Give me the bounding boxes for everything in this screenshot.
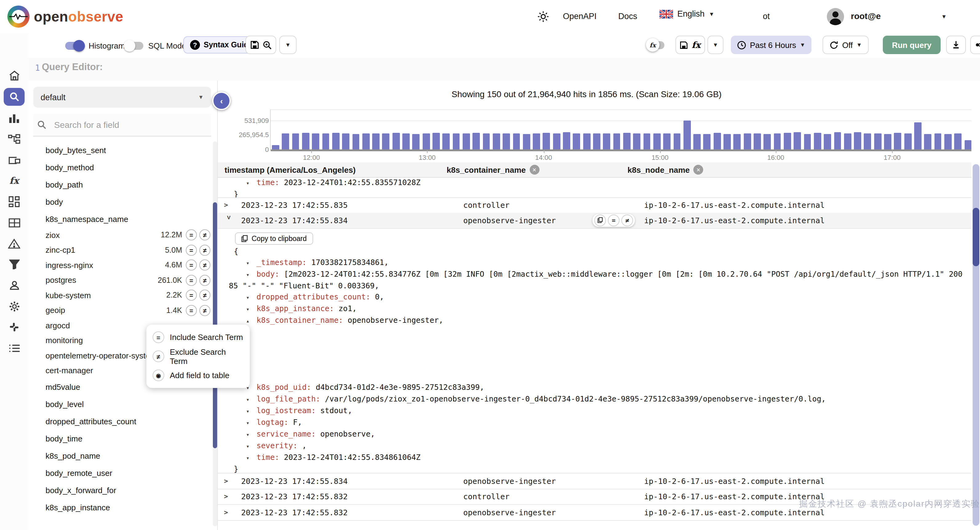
settings-gear-icon[interactable] <box>7 300 21 313</box>
function-toggle-pill[interactable]: fx <box>648 41 664 49</box>
include-term-icon[interactable]: = <box>186 260 197 271</box>
main-scrollbar-thumb[interactable] <box>973 208 979 266</box>
histogram-toggle-pill[interactable] <box>65 42 84 50</box>
field-row[interactable]: k8s_namespace_name <box>28 210 213 227</box>
exclude-term-icon[interactable]: ≠ <box>199 245 210 256</box>
field-value-row[interactable]: kube-system 2.2K = ≠ <box>28 288 213 303</box>
expand-row-icon[interactable]: > <box>218 477 240 485</box>
user-menu-chevron-icon[interactable]: ▼ <box>941 14 947 20</box>
exclude-term-icon[interactable]: ≠ <box>199 275 210 286</box>
include-term-icon[interactable]: = <box>608 214 619 226</box>
exclude-term-icon[interactable]: ≠ <box>199 230 210 241</box>
expand-row-icon[interactable]: > <box>218 493 240 501</box>
field-row[interactable]: body_x_forward_for <box>28 481 213 499</box>
column-header-container[interactable]: k8s_container_name × <box>447 165 627 175</box>
exclude-term-icon[interactable]: ≠ <box>621 214 633 226</box>
collapse-sidebar-button[interactable]: ‹ <box>212 92 231 110</box>
org-selector[interactable]: ot <box>763 12 770 21</box>
field-row[interactable]: k8s_pod_name <box>28 447 213 464</box>
remove-column-icon[interactable]: × <box>693 165 703 175</box>
include-term-icon[interactable]: = <box>186 230 197 241</box>
field-value-row[interactable]: ingress-nginx 4.6M = ≠ <box>28 258 213 273</box>
expand-row-icon[interactable]: > <box>218 508 240 516</box>
run-query-button[interactable]: Run query <box>883 36 941 54</box>
openapi-link[interactable]: OpenAPI <box>563 12 597 21</box>
json-toggle-icon[interactable] <box>246 441 256 452</box>
alerts-icon[interactable] <box>7 237 21 250</box>
field-row[interactable]: body_method <box>28 159 213 176</box>
sql-mode-toggle-pill[interactable] <box>125 42 143 50</box>
log-row[interactable]: > 2023-12-23 17:42:55.834 openobserve-in… <box>218 473 971 489</box>
slack-icon[interactable] <box>7 321 21 334</box>
expand-row-icon[interactable]: > <box>218 201 240 209</box>
json-toggle-icon[interactable] <box>246 292 256 303</box>
column-header-timestamp[interactable]: timestamp (America/Los_Angeles) <box>218 165 447 174</box>
download-results-button[interactable] <box>946 36 966 54</box>
index-table-icon[interactable] <box>7 216 21 229</box>
field-row[interactable]: body_path <box>28 176 213 193</box>
field-row[interactable]: k8s_app_instance <box>28 499 213 516</box>
json-toggle-icon[interactable] <box>246 258 256 269</box>
exclude-term-icon[interactable]: ≠ <box>199 260 210 271</box>
histogram-toggle[interactable]: Histogram <box>65 41 125 51</box>
auto-refresh-picker[interactable]: Off ▼ <box>822 36 869 54</box>
json-toggle-icon[interactable] <box>246 304 256 315</box>
home-icon[interactable] <box>7 69 21 83</box>
include-term-icon[interactable]: = <box>186 245 197 256</box>
remove-column-icon[interactable]: × <box>529 165 539 175</box>
saved-function-button[interactable]: fx <box>676 36 705 54</box>
context-menu-item[interactable]: Exclude Search Term <box>146 347 250 366</box>
share-link-button[interactable] <box>970 36 980 54</box>
context-menu-item[interactable]: Include Search Term <box>146 328 250 347</box>
field-value-row[interactable]: ziox 12.2M = ≠ <box>28 227 213 243</box>
streams-icon[interactable] <box>7 153 21 167</box>
include-term-icon[interactable]: = <box>186 275 197 286</box>
query-editor[interactable]: 1 Query Editor: <box>28 58 980 81</box>
docs-link[interactable]: Docs <box>618 12 637 21</box>
field-value-row[interactable]: zinc-cp1 5.0M = ≠ <box>28 243 213 258</box>
log-row[interactable]: > 2023-12-23 17:42:55.835 controller ip-… <box>218 197 971 213</box>
users-icon[interactable] <box>7 279 21 292</box>
exclude-term-icon[interactable]: ≠ <box>199 290 210 301</box>
dashboards-icon[interactable] <box>7 195 21 208</box>
functions-icon[interactable]: fx <box>7 174 21 187</box>
context-menu-item[interactable]: Add field to table <box>146 366 250 385</box>
sql-mode-toggle[interactable]: SQL Mode <box>125 41 186 51</box>
exclude-term-icon[interactable]: ≠ <box>199 305 210 316</box>
field-row[interactable]: body_bytes_sent <box>28 141 213 159</box>
field-row[interactable]: body_remote_user <box>28 464 213 481</box>
filters-icon[interactable] <box>7 258 21 271</box>
json-toggle-icon[interactable] <box>246 417 256 428</box>
copy-value-icon[interactable] <box>594 214 606 226</box>
include-term-icon[interactable]: = <box>186 290 197 301</box>
openobserve-logo[interactable]: openobserve <box>7 6 123 28</box>
language-selector[interactable]: English ▼ <box>660 9 714 19</box>
field-value-row[interactable]: geoip 1.4K = ≠ <box>28 303 213 318</box>
field-value-row[interactable]: postgres 261.0K = ≠ <box>28 273 213 288</box>
json-toggle-icon[interactable] <box>246 429 256 440</box>
field-row[interactable]: body <box>28 193 213 210</box>
theme-toggle-icon[interactable] <box>537 10 549 23</box>
field-row[interactable]: body_time <box>28 430 213 447</box>
column-header-node[interactable]: k8s_node_name × <box>627 165 971 175</box>
field-row[interactable]: dropped_attributes_count <box>28 413 213 430</box>
metrics-icon[interactable] <box>7 112 21 125</box>
pipelines-icon[interactable] <box>7 132 21 146</box>
include-term-icon[interactable]: = <box>186 305 197 316</box>
save-options-dropdown[interactable]: ▼ <box>279 36 296 54</box>
time-range-picker[interactable]: Past 6 Hours ▼ <box>731 36 811 54</box>
json-toggle-icon[interactable] <box>246 406 256 417</box>
function-toggle[interactable]: fx <box>648 41 664 49</box>
field-row[interactable]: body_level <box>28 395 213 413</box>
json-toggle-icon[interactable] <box>246 452 256 463</box>
json-toggle-icon[interactable] <box>246 394 256 405</box>
save-search-button[interactable]: ★ <box>245 36 276 54</box>
log-row-expanded[interactable]: > 2023-12-23 17:42:55.834 openobserve-in… <box>218 213 971 229</box>
field-search-input[interactable] <box>53 119 178 130</box>
copy-to-clipboard-button[interactable]: Copy to clipboard <box>235 232 313 245</box>
logs-search-icon[interactable] <box>4 88 25 106</box>
stream-select[interactable]: default ▼ <box>33 87 211 108</box>
histogram-plot[interactable] <box>270 109 971 150</box>
menu-list-icon[interactable] <box>7 341 21 355</box>
json-toggle-icon[interactable] <box>246 269 256 280</box>
